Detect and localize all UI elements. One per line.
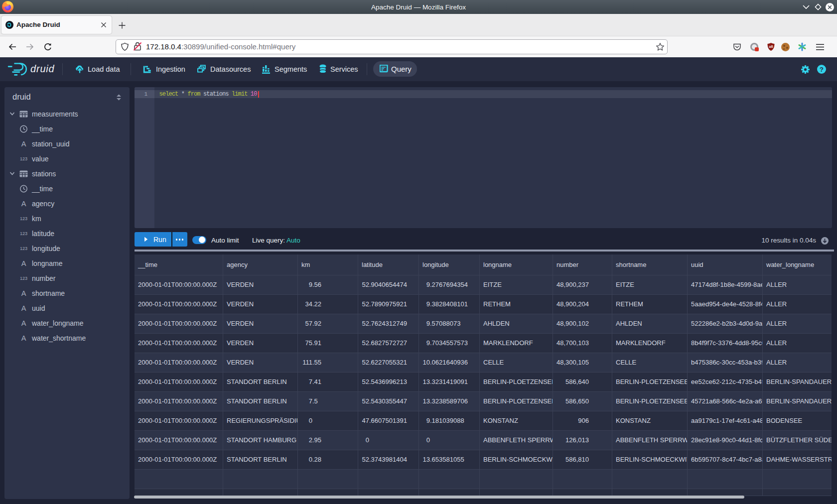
svg-text:u0: u0 — [769, 45, 773, 48]
